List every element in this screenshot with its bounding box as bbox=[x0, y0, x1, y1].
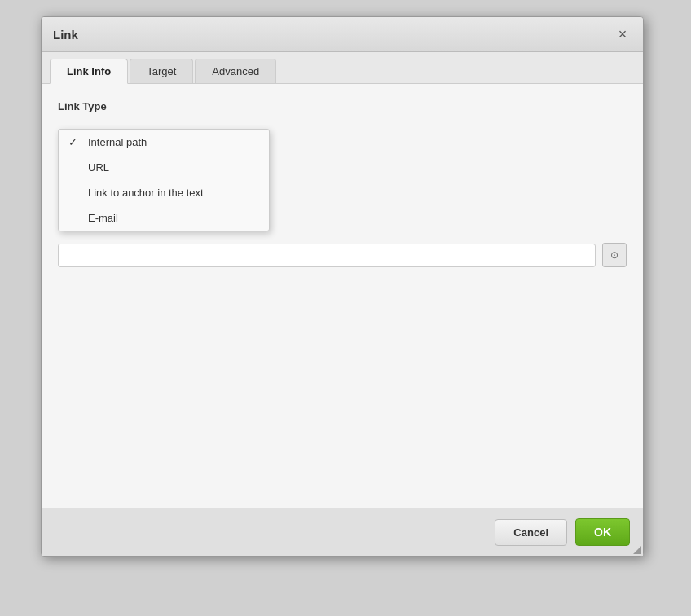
browse-button[interactable]: ⊙ bbox=[602, 243, 627, 267]
url-input[interactable] bbox=[58, 244, 596, 267]
resize-handle[interactable] bbox=[632, 544, 643, 556]
tabs-bar: Link Info Target Advanced bbox=[42, 52, 643, 84]
link-type-label: Link Type bbox=[58, 100, 627, 112]
dialog-titlebar: Link × bbox=[42, 17, 643, 52]
link-type-dropdown[interactable]: Internal path URL Link to anchor in the … bbox=[58, 129, 270, 231]
dialog-content: Link Type Internal path URL Link to anch… bbox=[42, 84, 643, 508]
cancel-button[interactable]: Cancel bbox=[495, 519, 567, 546]
dropdown-item-internal-path[interactable]: Internal path bbox=[59, 130, 269, 155]
tab-target[interactable]: Target bbox=[130, 59, 193, 83]
tab-advanced[interactable]: Advanced bbox=[195, 59, 276, 83]
dialog-close-button[interactable]: × bbox=[614, 25, 632, 43]
dropdown-item-anchor[interactable]: Link to anchor in the text bbox=[59, 180, 269, 205]
link-dialog: Link × Link Info Target Advanced Link Ty… bbox=[41, 16, 644, 557]
dialog-title: Link bbox=[53, 28, 78, 42]
dialog-footer: Cancel OK bbox=[42, 508, 643, 556]
dropdown-item-email[interactable]: E-mail bbox=[59, 205, 269, 231]
url-input-row: ⊙ bbox=[58, 243, 627, 267]
dropdown-item-url[interactable]: URL bbox=[59, 155, 269, 180]
tab-link-info[interactable]: Link Info bbox=[50, 59, 128, 84]
ok-button[interactable]: OK bbox=[575, 518, 630, 546]
